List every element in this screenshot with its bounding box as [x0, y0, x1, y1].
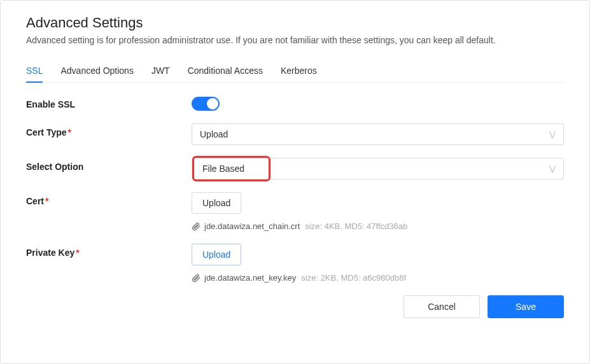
- label-cert-type: Cert Type*: [26, 123, 192, 137]
- label-cert: Cert*: [26, 192, 192, 206]
- tab-ssl[interactable]: SSL: [26, 60, 43, 82]
- footer-actions: Cancel Save: [26, 295, 564, 318]
- page-subtitle: Advanced setting is for profession admin…: [26, 35, 564, 45]
- row-enable-ssl: Enable SSL: [26, 95, 564, 111]
- advanced-settings-panel: Advanced Settings Advanced setting is fo…: [0, 0, 590, 364]
- cert-file-line: jde.datawiza.net_chain.crt size: 4KB, MD…: [192, 221, 564, 231]
- tab-advanced-options[interactable]: Advanced Options: [60, 60, 133, 82]
- cancel-button[interactable]: Cancel: [404, 295, 480, 318]
- required-asterisk: *: [68, 127, 71, 137]
- attachment-icon: [192, 274, 200, 283]
- cert-type-select[interactable]: Upload ⋁: [192, 123, 564, 145]
- label-private-key: Private Key*: [26, 244, 192, 258]
- row-select-option: Select Option File Based ⋁: [26, 158, 564, 179]
- tabs: SSL Advanced Options JWT Conditional Acc…: [26, 60, 564, 83]
- page-title: Advanced Settings: [26, 15, 564, 31]
- private-key-file-line: jde.datawiza.net_key.key size: 2KB, MD5:…: [192, 273, 564, 283]
- cert-upload-button[interactable]: Upload: [192, 192, 241, 214]
- cert-file-meta: size: 4KB, MD5: 47ffcd36ab: [305, 221, 407, 231]
- attachment-icon: [192, 222, 200, 231]
- label-cert-type-text: Cert Type: [26, 127, 67, 137]
- enable-ssl-toggle[interactable]: [192, 97, 220, 111]
- row-cert-type: Cert Type* Upload ⋁: [26, 123, 564, 145]
- label-enable-ssl: Enable SSL: [26, 95, 192, 109]
- private-key-file-name: jde.datawiza.net_key.key: [204, 273, 296, 283]
- tab-conditional-access[interactable]: Conditional Access: [188, 60, 263, 82]
- select-option-select[interactable]: File Based ⋁: [192, 158, 564, 179]
- save-button[interactable]: Save: [488, 295, 564, 318]
- tab-jwt[interactable]: JWT: [151, 60, 170, 82]
- chevron-down-icon: ⋁: [549, 130, 556, 139]
- private-key-upload-button[interactable]: Upload: [192, 244, 241, 265]
- required-asterisk: *: [76, 248, 79, 258]
- chevron-down-icon: ⋁: [549, 164, 556, 173]
- private-key-file-meta: size: 2KB, MD5: a6c980db8f: [301, 273, 406, 283]
- toggle-knob: [207, 98, 218, 109]
- required-asterisk: *: [45, 196, 48, 206]
- cert-type-value: Upload: [200, 129, 228, 139]
- label-select-option: Select Option: [26, 158, 192, 172]
- row-cert: Cert* Upload jde.datawiza.net_chain.crt …: [26, 192, 564, 231]
- label-cert-text: Cert: [26, 196, 44, 206]
- label-private-key-text: Private Key: [26, 248, 74, 258]
- tab-kerberos[interactable]: Kerberos: [281, 60, 317, 82]
- select-option-value: File Based: [196, 160, 251, 178]
- select-option-highlight: File Based: [192, 156, 270, 181]
- row-private-key: Private Key* Upload jde.datawiza.net_key…: [26, 244, 564, 283]
- cert-file-name: jde.datawiza.net_chain.crt: [204, 221, 300, 231]
